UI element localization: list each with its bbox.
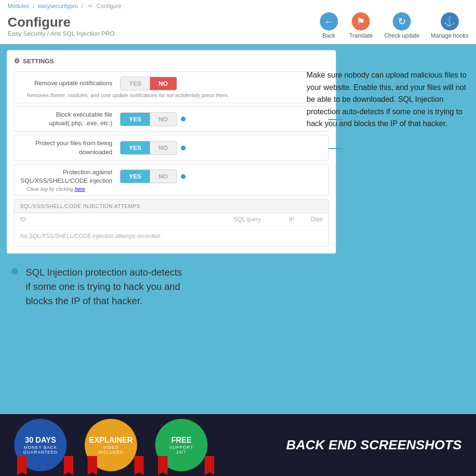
toggle-yes-sql-injection[interactable]: YES — [120, 170, 150, 183]
badge-30days-title: 30 DAYS — [25, 436, 56, 445]
back-icon: ← — [320, 12, 338, 30]
injection-section-title: SQL/XSS/SHELL/CODE INJECTION ATTEMPS — [14, 199, 328, 213]
badge-free-title: FREE — [171, 436, 192, 445]
breadcrumb-configure: ✂ Configure — [88, 3, 123, 10]
tooltip-arrow-dot-2 — [181, 146, 186, 150]
toggle-sql-injection: YES NO — [120, 169, 177, 183]
page-subtitle: Easy Security / Anti SQL Injection PRO — [8, 30, 115, 37]
breadcrumb-modules[interactable]: Modules — [8, 3, 29, 10]
setting-row-protect-files: Protect your files from being downloaded… — [14, 135, 329, 160]
main-content: ⚙ SETTINGS Remove update notifications Y… — [0, 44, 476, 397]
badge-explainer-title: EXPLAINER — [89, 436, 133, 445]
bottom-callout: SQL Injection protection auto-detectsif … — [7, 265, 469, 308]
toggle-no-block-executable[interactable]: NO — [150, 113, 177, 126]
setting-label-protect-files: Protect your files from being downloaded — [20, 139, 120, 156]
tooltip-arrow-dot-1 — [181, 117, 186, 121]
toggle-block-executable: YES NO — [120, 112, 177, 126]
translate-button[interactable]: ⚑ Translate — [349, 12, 373, 39]
header-actions: ← Back ⚑ Translate ↻ Check update ⚓ Mana… — [320, 12, 468, 39]
ribbon-left-1 — [17, 456, 27, 475]
setting-label-sql-injection: Protection against SQL/XSS/SHELL/CODE in… — [20, 168, 120, 185]
bottom-callout-dot — [11, 268, 18, 275]
translate-label: Translate — [349, 32, 373, 39]
toggle-update-notifications: YES NO — [120, 77, 177, 90]
tooltip-arrow-dot-3 — [181, 174, 186, 179]
setting-row-sql-injection: Protection against SQL/XSS/SHELL/CODE in… — [14, 164, 329, 196]
col-header-date: Date — [294, 216, 323, 223]
badge-free-sub2: 24/7 — [176, 450, 187, 455]
toggle-yes-update-notifications[interactable]: YES — [120, 77, 150, 90]
footer: 30 DAYS MONEY BACK GUARANTEED EXPLAINER … — [0, 414, 476, 476]
gear-icon: ⚙ — [14, 57, 20, 65]
clear-log-link[interactable]: here — [75, 186, 85, 192]
badge-explainer-sub2: INCLUDED — [98, 450, 124, 455]
arrow-line-2 — [328, 148, 343, 149]
hooks-icon: ⚓ — [441, 12, 459, 30]
badge-30days-sub1: MONEY BACK — [24, 445, 57, 450]
badge-explainer-sub1: VIDEO — [103, 445, 119, 450]
badge-30days-container: 30 DAYS MONEY BACK GUARANTEED — [14, 419, 76, 471]
setting-desc-update-notifications: Removes theme, modules, and core update … — [20, 92, 323, 98]
ribbon-right-1 — [64, 456, 73, 475]
setting-row-update-notifications: Remove update notifications YES NO Remov… — [14, 71, 329, 103]
badge-free-sub1: SUPPORT — [169, 445, 193, 450]
settings-title: ⚙ SETTINGS — [14, 57, 329, 65]
ribbon-right-3 — [205, 456, 214, 475]
update-icon: ↻ — [393, 12, 411, 30]
big-tooltip: Make sure nobody can upload malicious fi… — [300, 64, 476, 135]
back-label: Back — [322, 32, 335, 39]
top-bar: Modules / easysecuritypro / ✂ Configure … — [0, 0, 476, 44]
back-button[interactable]: ← Back — [320, 12, 338, 39]
injection-table-header: ID SQL query IP Date — [14, 213, 328, 226]
col-header-ip: IP — [270, 216, 294, 223]
ribbon-left-3 — [158, 456, 168, 475]
ribbon-left-2 — [88, 456, 97, 475]
col-header-id: ID — [20, 216, 49, 223]
toggle-yes-block-executable[interactable]: YES — [120, 113, 150, 126]
badge-30days-sub2: GUARANTEED — [23, 450, 58, 455]
settings-panel: ⚙ SETTINGS Remove update notifications Y… — [7, 50, 336, 254]
page-title-block: Configure Easy Security / Anti SQL Injec… — [8, 15, 115, 37]
breadcrumb: Modules / easysecuritypro / ✂ Configure — [8, 0, 468, 10]
setting-row-block-executable: Block executable file upload(.php, .exe,… — [14, 106, 329, 132]
manage-hooks-label: Manage hooks — [431, 32, 468, 39]
toggle-yes-protect-files[interactable]: YES — [120, 141, 150, 154]
badge-explainer-container: EXPLAINER VIDEO INCLUDED — [85, 419, 147, 471]
check-update-label: Check update — [384, 32, 419, 39]
breadcrumb-easysecuritypro[interactable]: easysecuritypro — [38, 3, 78, 10]
big-tooltip-text: Make sure nobody can upload malicious fi… — [307, 71, 466, 128]
bottom-callout-text: SQL Injection protection auto-detectsif … — [26, 265, 182, 308]
toggle-no-protect-files[interactable]: NO — [150, 141, 177, 154]
setting-label-block-executable: Block executable file upload(.php, .exe,… — [20, 110, 120, 128]
badge-free-container: FREE SUPPORT 24/7 — [155, 419, 217, 471]
toggle-protect-files: YES NO — [120, 141, 177, 155]
col-header-query: SQL query — [49, 216, 270, 223]
check-update-button[interactable]: ↻ Check update — [384, 12, 419, 39]
setting-desc-sql-injection: Clear log by clicking here. — [20, 186, 323, 192]
page-title: Configure — [8, 15, 115, 30]
toggle-no-update-notifications[interactable]: NO — [150, 77, 177, 90]
manage-hooks-button[interactable]: ⚓ Manage hooks — [431, 12, 468, 39]
injection-empty-message: No SQL/XSS/SHELL/CODE injection attemps … — [14, 226, 328, 246]
injection-attempts-section: SQL/XSS/SHELL/CODE INJECTION ATTEMPS ID … — [14, 199, 329, 247]
setting-label-update-notifications: Remove update notifications — [20, 79, 120, 88]
header-row: Configure Easy Security / Anti SQL Injec… — [8, 10, 468, 44]
ribbon-right-2 — [134, 456, 144, 475]
translate-icon: ⚑ — [352, 12, 370, 30]
footer-back-end-label: BACK END SCREENSHOTS — [286, 437, 462, 453]
toggle-no-sql-injection[interactable]: NO — [150, 170, 177, 183]
